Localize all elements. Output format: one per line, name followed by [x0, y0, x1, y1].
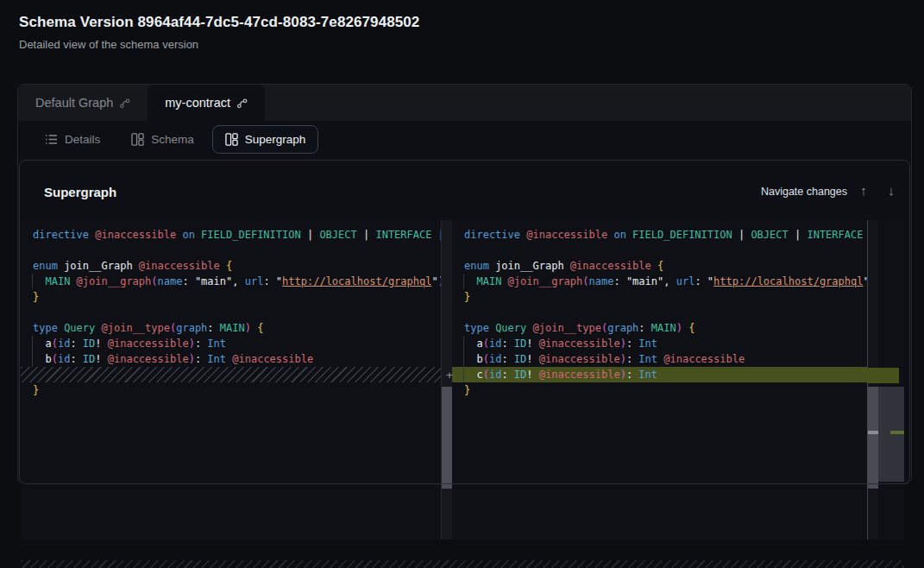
navigate-next-change-button[interactable]: ↓: [882, 181, 901, 200]
subtab-supergraph[interactable]: Supergraph: [212, 125, 319, 154]
code-line[interactable]: }: [33, 382, 441, 398]
code-line[interactable]: c(id: ID! @inaccessible): Int: [452, 367, 867, 382]
panels-icon: [131, 133, 144, 146]
code-line[interactable]: type Query @join__type(graph: MAIN) {: [33, 320, 441, 336]
code-line[interactable]: a(id: ID! @inaccessible): Int: [33, 336, 441, 351]
arrow-down-icon: ↓: [888, 183, 895, 198]
diff-left-code: directive @inaccessible on FIELD_DEFINIT…: [21, 220, 441, 398]
navigate-changes-label: Navigate changes: [761, 186, 847, 198]
panel-title: Supergraph: [44, 185, 116, 199]
code-line[interactable]: [464, 305, 867, 320]
code-line[interactable]: enum join__Graph @inaccessible {: [33, 258, 441, 274]
code-line[interactable]: directive @inaccessible on FIELD_DEFINIT…: [464, 227, 867, 243]
page-title: Schema Version 8964af44-7dc5-47cd-8083-7…: [19, 14, 419, 31]
panels-icon: [225, 133, 238, 146]
tab-my-contract[interactable]: my-contract: [148, 85, 265, 121]
overview-viewport-slider[interactable]: [878, 387, 904, 482]
code-line[interactable]: }: [464, 289, 867, 305]
code-line[interactable]: b(id: ID! @inaccessible): Int @inaccessi…: [33, 351, 441, 367]
code-line[interactable]: directive @inaccessible on FIELD_DEFINIT…: [33, 227, 441, 243]
variant-fork-icon: [119, 98, 130, 109]
code-line[interactable]: }: [33, 289, 441, 305]
subtab-label: Supergraph: [245, 133, 306, 146]
code-line[interactable]: [33, 243, 441, 258]
code-line[interactable]: type Query @join__type(graph: MAIN) {: [464, 320, 867, 336]
schema-diff-editor: directive @inaccessible on FIELD_DEFINIT…: [21, 220, 904, 540]
subtab-label: Schema: [151, 133, 194, 146]
code-line[interactable]: [464, 243, 867, 258]
diff-placeholder-line[interactable]: [21, 367, 441, 382]
clipped-diff-hatch-strip: [21, 560, 904, 568]
added-line-marker: +: [443, 368, 456, 383]
diff-right-pane[interactable]: directive @inaccessible on FIELD_DEFINIT…: [452, 220, 867, 540]
tab-label: my-contract: [165, 96, 230, 110]
variant-fork-icon: [236, 98, 248, 109]
subtab-label: Details: [65, 133, 100, 146]
code-line[interactable]: MAIN @join__graph(name: "main", url: "ht…: [464, 274, 867, 289]
code-line[interactable]: a(id: ID! @inaccessible): Int: [464, 336, 867, 351]
variant-tabstrip: Default Graph my-contract: [18, 85, 911, 121]
diff-left-pane[interactable]: directive @inaccessible on FIELD_DEFINIT…: [21, 220, 441, 540]
code-line[interactable]: [33, 305, 441, 320]
diff-right-code: directive @inaccessible on FIELD_DEFINIT…: [452, 220, 867, 398]
tab-label: Default Graph: [35, 96, 113, 110]
arrow-up-icon: ↑: [860, 183, 867, 198]
page-subtitle: Detailed view of the schema version: [19, 38, 198, 51]
code-line[interactable]: }: [464, 382, 867, 398]
overview-added-mark: [890, 431, 904, 434]
subtab-schema[interactable]: Schema: [118, 125, 207, 154]
code-line[interactable]: enum join__Graph @inaccessible {: [464, 258, 867, 274]
schema-version-page: Schema Version 8964af44-7dc5-47cd-8083-7…: [0, 0, 924, 568]
navigate-previous-change-button[interactable]: ↑: [854, 181, 873, 200]
code-line[interactable]: MAIN @join__graph(name: "main", url: "ht…: [33, 274, 441, 289]
code-line[interactable]: b(id: ID! @inaccessible): Int @inaccessi…: [464, 351, 867, 367]
subtab-details[interactable]: Details: [32, 125, 113, 154]
view-subtabs: Details Schema: [18, 121, 911, 157]
list-icon: [45, 134, 58, 145]
added-line-highlight-extension: [867, 368, 899, 383]
tab-default-graph[interactable]: Default Graph: [18, 85, 148, 121]
